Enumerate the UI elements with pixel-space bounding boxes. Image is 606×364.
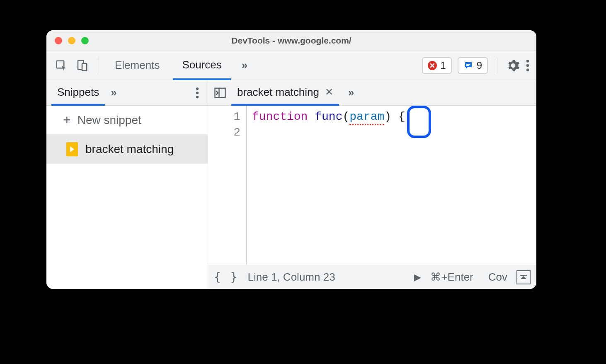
settings-icon[interactable]: [507, 59, 520, 72]
error-icon: [428, 61, 437, 70]
run-icon[interactable]: ▶: [414, 272, 421, 283]
svg-rect-11: [215, 88, 225, 97]
sidebar-tab-snippets[interactable]: Snippets: [51, 80, 105, 106]
pretty-print-button[interactable]: { }: [214, 270, 239, 284]
token-brace: {: [398, 110, 405, 123]
snippet-item-label: bracket matching: [85, 143, 174, 156]
snippet-file-icon: [66, 142, 78, 156]
main-toolbar: Elements Sources » 1 9: [46, 51, 536, 80]
svg-rect-2: [82, 63, 87, 71]
tabs-overflow-icon[interactable]: »: [235, 59, 254, 72]
svg-point-7: [526, 68, 529, 71]
more-menu-icon[interactable]: [526, 59, 530, 72]
tab-elements[interactable]: Elements: [106, 51, 169, 80]
maximize-window-button[interactable]: [81, 37, 89, 44]
toolbar-right: 1 9: [422, 57, 530, 74]
code-content[interactable]: function func(param) {: [247, 106, 405, 265]
editor-statusbar: { } Line 1, Column 23 ▶ ⌘+Enter Cov: [208, 265, 536, 289]
sidebar: Snippets » + New snippet bracket matchin…: [46, 80, 208, 289]
device-toggle-icon[interactable]: [74, 57, 90, 74]
highlight-annotation: [407, 106, 431, 138]
run-shortcut-label: ⌘+Enter: [430, 271, 473, 284]
traffic-lights: [46, 37, 89, 44]
svg-rect-4: [466, 65, 469, 66]
editor-tab-active[interactable]: bracket matching ✕: [231, 80, 339, 106]
toolbar-divider: [98, 58, 98, 73]
code-editor[interactable]: 1 2 function func(param) {: [208, 106, 536, 265]
line-number: 2: [208, 125, 240, 141]
token-paren: ): [384, 110, 391, 123]
svg-rect-3: [466, 64, 470, 65]
new-snippet-label: New snippet: [78, 114, 141, 127]
sidebar-tabs: Snippets »: [46, 80, 208, 106]
snippet-item[interactable]: bracket matching: [46, 135, 208, 164]
close-window-button[interactable]: [55, 37, 62, 44]
new-snippet-button[interactable]: + New snippet: [46, 106, 208, 135]
titlebar: DevTools - www.google.com/: [46, 30, 536, 51]
token-function-name: func: [315, 110, 342, 123]
token-paren: (: [342, 110, 349, 123]
close-tab-icon[interactable]: ✕: [325, 86, 333, 98]
editor-panel: bracket matching ✕ » 1 2 function func(p…: [208, 80, 536, 289]
svg-point-5: [526, 60, 529, 63]
svg-point-10: [196, 95, 199, 98]
svg-rect-13: [520, 275, 527, 276]
errors-count: 1: [440, 60, 446, 71]
editor-tabs-overflow-icon[interactable]: »: [342, 86, 360, 99]
body-area: Snippets » + New snippet bracket matchin…: [46, 80, 536, 289]
svg-point-6: [526, 64, 529, 67]
message-icon: [463, 61, 473, 70]
messages-button[interactable]: 9: [458, 57, 488, 74]
line-gutter: 1 2: [208, 106, 247, 265]
errors-button[interactable]: 1: [422, 57, 451, 74]
drawer-toggle-icon[interactable]: [516, 270, 531, 284]
editor-tab-label: bracket matching: [237, 86, 319, 99]
toolbar-divider: [497, 58, 497, 73]
cursor-position: Line 1, Column 23: [248, 271, 335, 284]
coverage-label[interactable]: Cov: [488, 271, 507, 284]
editor-tabs: bracket matching ✕ »: [208, 80, 536, 106]
messages-count: 9: [477, 60, 482, 71]
tab-sources[interactable]: Sources: [173, 51, 230, 80]
window-title: DevTools - www.google.com/: [46, 36, 536, 46]
token-keyword: function: [252, 110, 308, 123]
line-number: 1: [208, 109, 240, 125]
sidebar-more-icon[interactable]: [195, 87, 203, 99]
token-parameter: param: [349, 110, 384, 125]
svg-point-8: [196, 87, 199, 90]
navigator-toggle-icon[interactable]: [212, 85, 228, 101]
plus-icon: +: [63, 112, 71, 128]
minimize-window-button[interactable]: [68, 37, 75, 44]
svg-point-9: [196, 91, 199, 94]
sidebar-overflow-icon[interactable]: »: [105, 86, 122, 99]
inspect-element-icon[interactable]: [53, 57, 70, 74]
devtools-window: DevTools - www.google.com/ Elements Sour…: [46, 30, 536, 289]
code-line: function func(param) {: [252, 109, 405, 125]
